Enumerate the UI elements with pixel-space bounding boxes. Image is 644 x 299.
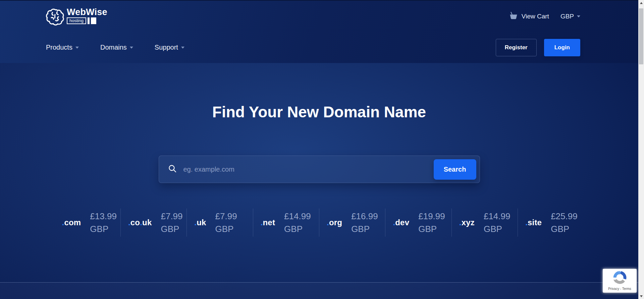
magnifier-icon xyxy=(168,164,183,175)
tld-price-amount: £14.99 xyxy=(284,210,311,223)
topbar-right: View Cart GBP xyxy=(509,12,580,21)
tld-item-couk[interactable]: .co.uk £7.99 GBP xyxy=(120,208,186,237)
page-title: Find Your New Domain Name xyxy=(0,63,638,121)
tld-name: .uk xyxy=(194,218,206,227)
tld-price-currency: GBP xyxy=(551,223,578,235)
nav-item-products[interactable]: Products xyxy=(46,44,79,51)
tld-price-amount: £25.99 xyxy=(551,210,578,223)
triangle-up-icon xyxy=(640,2,643,4)
tld-price: £16.99 GBP xyxy=(351,210,378,235)
page: WebWise hosting xyxy=(0,0,638,299)
logo-text: WebWise hosting xyxy=(67,7,107,24)
tld-price-amount: £7.99 xyxy=(215,210,237,223)
chevron-down-icon xyxy=(577,15,580,17)
vertical-scrollbar[interactable] xyxy=(638,0,644,299)
nav-item-label: Products xyxy=(46,44,72,51)
main-nav: Products Domains Support xyxy=(46,44,184,51)
topbar: WebWise hosting xyxy=(46,1,580,32)
scrollbar-down-arrow[interactable] xyxy=(638,293,644,299)
tld-price-amount: £19.99 xyxy=(418,210,445,223)
logo-bar-icon xyxy=(88,17,90,24)
tld-price-amount: £13.99 xyxy=(90,210,117,223)
tld-price-amount: £14.99 xyxy=(484,210,511,223)
tld-price-currency: GBP xyxy=(215,223,237,235)
scrollbar-thumb[interactable] xyxy=(639,8,643,64)
tld-name: .xyz xyxy=(459,218,475,227)
domain-search-input[interactable] xyxy=(183,166,434,173)
brand-tagline: hosting xyxy=(67,17,86,24)
tld-price: £13.99 GBP xyxy=(90,210,117,235)
tld-name: .org xyxy=(327,218,342,227)
tld-price: £19.99 GBP xyxy=(418,210,445,235)
tld-price-currency: GBP xyxy=(284,223,311,235)
chevron-down-icon xyxy=(181,47,184,49)
tld-price-currency: GBP xyxy=(161,223,182,235)
currency-label: GBP xyxy=(560,13,574,20)
tld-item-com[interactable]: .com £13.99 GBP xyxy=(55,208,120,237)
brain-icon xyxy=(46,7,65,25)
nav-item-label: Support xyxy=(155,44,178,51)
nav-item-domains[interactable]: Domains xyxy=(100,44,133,51)
next-section-shade xyxy=(0,283,638,299)
basket-icon xyxy=(509,12,518,21)
currency-select[interactable]: GBP xyxy=(560,13,580,20)
recaptcha-privacy-terms: Privacy - Terms xyxy=(608,287,631,291)
recaptcha-swirl-icon xyxy=(613,269,627,286)
tld-item-xyz[interactable]: .xyz £14.99 GBP xyxy=(451,208,518,237)
nav-item-label: Domains xyxy=(100,44,127,51)
hero-section: Find Your New Domain Name Search .com £1… xyxy=(0,63,638,299)
login-button[interactable]: Login xyxy=(544,39,580,56)
tld-price-amount: £7.99 xyxy=(161,210,182,223)
logo-bar-icon xyxy=(91,17,96,24)
tld-name: .net xyxy=(261,218,275,227)
tld-price-currency: GBP xyxy=(90,223,117,235)
domain-search-bar: Search xyxy=(159,156,480,183)
tld-name: .dev xyxy=(393,218,409,227)
tld-price-amount: £16.99 xyxy=(351,210,378,223)
chevron-down-icon xyxy=(75,47,79,49)
tld-price: £14.99 GBP xyxy=(284,210,311,235)
nav-item-support[interactable]: Support xyxy=(155,44,184,51)
brand-tagline-row: hosting xyxy=(67,17,107,24)
chevron-down-icon xyxy=(130,47,133,49)
logo[interactable]: WebWise hosting xyxy=(46,7,107,25)
tld-price: £25.99 GBP xyxy=(551,210,578,235)
tld-name: .com xyxy=(62,218,81,227)
tld-name: .site xyxy=(525,218,542,227)
tld-price-currency: GBP xyxy=(418,223,445,235)
scrollbar-up-arrow[interactable] xyxy=(638,0,644,6)
triangle-down-icon xyxy=(640,295,643,297)
tld-price-currency: GBP xyxy=(351,223,378,235)
view-cart-label: View Cart xyxy=(522,13,549,20)
tld-price-currency: GBP xyxy=(484,223,511,235)
navbar: Products Domains Support Register Login xyxy=(46,32,580,63)
tld-item-net[interactable]: .net £14.99 GBP xyxy=(253,208,319,237)
tld-name: .co.uk xyxy=(128,218,152,227)
auth-buttons: Register Login xyxy=(496,39,580,56)
tld-price: £7.99 GBP xyxy=(215,210,237,235)
tld-item-site[interactable]: .site £25.99 GBP xyxy=(518,208,584,237)
view-cart-link[interactable]: View Cart xyxy=(509,12,549,21)
tld-item-org[interactable]: .org £16.99 GBP xyxy=(319,208,385,237)
tld-pricing-row: .com £13.99 GBP .co.uk £7.99 GBP .uk £7.… xyxy=(55,208,584,237)
site-header: WebWise hosting xyxy=(0,0,638,63)
recaptcha-badge[interactable]: Privacy - Terms xyxy=(603,269,637,293)
search-button[interactable]: Search xyxy=(434,159,476,180)
tld-item-dev[interactable]: .dev £19.99 GBP xyxy=(385,208,451,237)
register-button[interactable]: Register xyxy=(496,39,537,56)
brand-name: WebWise xyxy=(67,7,107,17)
tld-price: £14.99 GBP xyxy=(484,210,511,235)
tld-item-uk[interactable]: .uk £7.99 GBP xyxy=(186,208,253,237)
tld-price: £7.99 GBP xyxy=(161,210,182,235)
